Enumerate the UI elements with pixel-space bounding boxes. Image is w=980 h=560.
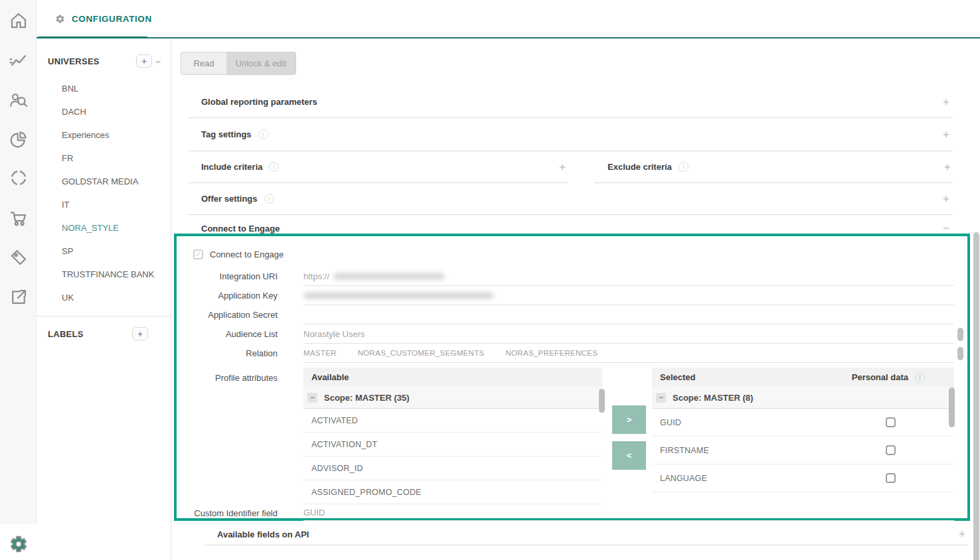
- target-icon[interactable]: [9, 168, 29, 188]
- expand-icon[interactable]: +: [557, 161, 568, 173]
- sidebar-item-experiences[interactable]: Experiences: [37, 123, 171, 147]
- list-item-advisor-id[interactable]: ADVISOR_ID: [303, 456, 602, 480]
- sidebar-item-uk[interactable]: UK: [37, 286, 171, 309]
- collapse-universes-icon[interactable]: −: [152, 56, 164, 67]
- collapse-group-icon[interactable]: −: [307, 393, 317, 403]
- list-item-activated[interactable]: ACTIVATED: [303, 409, 602, 433]
- add-label-button[interactable]: +: [132, 327, 148, 340]
- selected-scope-group[interactable]: − Scope: MASTER (8): [652, 387, 954, 409]
- available-header: Available: [311, 372, 349, 382]
- info-icon[interactable]: [679, 162, 689, 172]
- personal-data-checkbox[interactable]: [886, 473, 896, 483]
- section-exclude-criteria[interactable]: Exclude criteria +: [594, 151, 953, 183]
- info-icon[interactable]: [258, 129, 268, 139]
- labels-title: LABELS: [48, 329, 132, 339]
- sidebar-item-trustfinance-bank[interactable]: TRUSTFINANCE BANK: [37, 263, 171, 286]
- personal-data-header: Personal data: [852, 372, 908, 382]
- audience-search-icon[interactable]: [9, 90, 29, 110]
- list-item-language[interactable]: LANGUAGE: [652, 464, 954, 492]
- application-secret-field[interactable]: [303, 305, 954, 324]
- tab-configuration[interactable]: CONFIGURATION: [37, 0, 152, 37]
- move-left-button[interactable]: <: [612, 441, 646, 470]
- info-icon[interactable]: [915, 372, 925, 382]
- connect-to-engage-checkbox-label: Connect to Engage: [210, 249, 284, 259]
- cart-icon[interactable]: [9, 208, 29, 228]
- universes-list: BNL DACH Experiences FR GOLDSTAR MEDIA I…: [37, 77, 171, 309]
- collapse-group-icon[interactable]: −: [656, 393, 666, 403]
- mode-toggle: Read Unlock & edit: [181, 52, 296, 75]
- list-item-activation-dt[interactable]: ACTIVATION_DT: [303, 433, 602, 456]
- pie-chart-icon[interactable]: [9, 129, 29, 149]
- criteria-row: Include criteria + Exclude criteria +: [188, 151, 953, 183]
- integration-uri-field[interactable]: https://: [303, 267, 954, 286]
- home-icon[interactable]: [9, 11, 29, 31]
- audience-list-field[interactable]: Norastyle Users: [303, 324, 954, 344]
- analytics-icon[interactable]: [9, 52, 29, 72]
- section-global-reporting[interactable]: Global reporting parameters +: [188, 86, 953, 118]
- unlock-edit-button[interactable]: Unlock & edit: [226, 52, 295, 74]
- nav-rail: [0, 0, 37, 524]
- sidebar-item-sp[interactable]: SP: [37, 240, 171, 263]
- available-scope-group[interactable]: − Scope: MASTER (35): [303, 387, 602, 409]
- sidebar-item-it[interactable]: IT: [37, 193, 171, 216]
- expand-icon[interactable]: +: [942, 161, 953, 173]
- tag-icon[interactable]: [9, 247, 29, 267]
- section-include-criteria[interactable]: Include criteria +: [188, 151, 568, 183]
- page-scrollbar-thumb[interactable]: [973, 232, 979, 560]
- sidebar-item-goldstar-media[interactable]: GOLDSTAR MEDIA: [37, 170, 171, 193]
- sidebar-divider: [37, 316, 171, 316]
- section-available-fields-api[interactable]: Available fields on API +: [204, 521, 969, 545]
- application-key-field[interactable]: [303, 286, 954, 305]
- expand-icon[interactable]: +: [941, 96, 951, 108]
- redacted-value: [303, 292, 493, 299]
- read-button[interactable]: Read: [181, 52, 226, 74]
- integration-uri-label: Integration URI: [177, 271, 278, 281]
- universes-title: UNIVERSES: [48, 56, 136, 66]
- add-universe-button[interactable]: +: [136, 54, 152, 68]
- sidebar-item-bnl[interactable]: BNL: [37, 77, 171, 100]
- expand-icon[interactable]: +: [957, 528, 967, 540]
- tab-configuration-label: CONFIGURATION: [72, 14, 152, 24]
- relation-tab-noras-preferences[interactable]: NORAS_PREFERENCES: [505, 349, 598, 357]
- redacted-value: [333, 273, 445, 280]
- selected-header: Selected: [660, 372, 695, 382]
- sidebar-item-nora-style[interactable]: NORA_STYLE: [37, 216, 171, 240]
- list-item-guid[interactable]: GUID: [652, 409, 954, 437]
- list-item-firstname[interactable]: FIRSTNAME: [652, 437, 954, 464]
- section-title: Exclude criteria: [608, 162, 672, 172]
- section-tag-settings[interactable]: Tag settings +: [188, 118, 953, 151]
- list-item-assigned-promo-code[interactable]: ASSIGNED_PROMO_CODE: [303, 480, 602, 504]
- tab-bar: CONFIGURATION: [37, 0, 980, 38]
- personal-data-checkbox[interactable]: [886, 445, 896, 455]
- sidebar-item-fr[interactable]: FR: [37, 147, 171, 170]
- collapse-icon[interactable]: −: [941, 222, 951, 234]
- sidebar-item-dach[interactable]: DACH: [37, 100, 171, 123]
- relation-tab-noras-customer-segments[interactable]: NORAS_CUSTOMER_SEGMENTS: [358, 349, 485, 357]
- relation-label: Relation: [177, 348, 278, 358]
- expand-icon[interactable]: +: [941, 193, 951, 205]
- settings-gear-icon[interactable]: [9, 535, 28, 553]
- relation-tab-master[interactable]: MASTER: [303, 349, 337, 357]
- info-icon[interactable]: [264, 194, 274, 204]
- custom-identifier-field[interactable]: GUID: [303, 505, 954, 521]
- export-icon[interactable]: [9, 287, 29, 307]
- personal-data-checkbox[interactable]: [886, 417, 896, 427]
- section-offer-settings[interactable]: Offer settings +: [188, 183, 953, 215]
- section-title: Connect to Engage: [201, 224, 280, 234]
- application-key-label: Application Key: [177, 291, 278, 301]
- custom-identifier-label: Custom Identifier field: [177, 508, 278, 518]
- scrollbar-thumb[interactable]: [599, 389, 605, 413]
- relation-tabs: MASTER NORAS_CUSTOMER_SEGMENTS NORAS_PRE…: [303, 344, 954, 363]
- move-right-button[interactable]: >: [612, 405, 646, 434]
- integration-uri-prefix: https://: [303, 271, 329, 281]
- profile-attributes-duallist: Available − Scope: MASTER (35) ACTIVATED…: [303, 368, 954, 505]
- expand-icon[interactable]: +: [941, 129, 951, 141]
- scrollbar-thumb[interactable]: [957, 328, 963, 341]
- audience-list-label: Audience List: [177, 329, 278, 339]
- scrollbar-thumb[interactable]: [949, 387, 955, 427]
- transfer-buttons: > <: [612, 405, 646, 477]
- connect-to-engage-checkbox[interactable]: ✓: [193, 249, 203, 259]
- scrollbar-thumb[interactable]: [957, 347, 963, 360]
- available-scope-label: Scope: MASTER (35): [324, 393, 410, 403]
- info-icon[interactable]: [269, 162, 279, 172]
